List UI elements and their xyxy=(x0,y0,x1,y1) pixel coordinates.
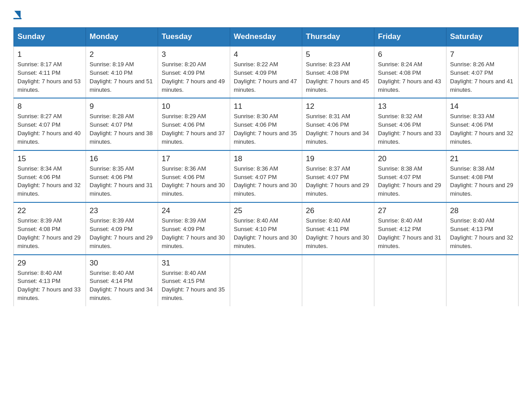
day-number: 9 xyxy=(90,102,154,111)
day-number: 14 xyxy=(450,102,515,111)
day-number: 3 xyxy=(162,50,226,59)
day-info: Sunrise: 8:26 AMSunset: 4:07 PMDaylight:… xyxy=(450,61,513,93)
day-info: Sunrise: 8:32 AMSunset: 4:06 PMDaylight:… xyxy=(378,113,441,145)
day-number: 25 xyxy=(234,206,298,215)
day-number: 15 xyxy=(17,154,82,163)
day-number: 21 xyxy=(450,154,515,163)
day-info: Sunrise: 8:40 AMSunset: 4:11 PMDaylight:… xyxy=(306,217,369,249)
day-info: Sunrise: 8:39 AMSunset: 4:08 PMDaylight:… xyxy=(17,217,81,249)
day-info: Sunrise: 8:40 AMSunset: 4:13 PMDaylight:… xyxy=(450,217,513,249)
day-number: 10 xyxy=(162,102,226,111)
day-info: Sunrise: 8:27 AMSunset: 4:07 PMDaylight:… xyxy=(17,113,81,145)
calendar-day-cell: 29 Sunrise: 8:40 AMSunset: 4:13 PMDaylig… xyxy=(14,255,86,306)
calendar-week-row: 8 Sunrise: 8:27 AMSunset: 4:07 PMDayligh… xyxy=(14,98,519,150)
day-info: Sunrise: 8:40 AMSunset: 4:14 PMDaylight:… xyxy=(90,270,153,302)
day-info: Sunrise: 8:17 AMSunset: 4:11 PMDaylight:… xyxy=(17,61,81,93)
calendar-day-cell: 2 Sunrise: 8:19 AMSunset: 4:10 PMDayligh… xyxy=(86,46,158,98)
day-of-week-header: Friday xyxy=(374,28,446,47)
calendar-day-cell: 5 Sunrise: 8:23 AMSunset: 4:08 PMDayligh… xyxy=(302,46,374,98)
day-number: 17 xyxy=(162,154,226,163)
day-info: Sunrise: 8:30 AMSunset: 4:06 PMDaylight:… xyxy=(234,113,297,145)
day-of-week-header: Sunday xyxy=(14,28,86,47)
day-info: Sunrise: 8:40 AMSunset: 4:10 PMDaylight:… xyxy=(234,217,297,249)
calendar-day-cell: 27 Sunrise: 8:40 AMSunset: 4:12 PMDaylig… xyxy=(374,202,446,254)
calendar-day-cell: 13 Sunrise: 8:32 AMSunset: 4:06 PMDaylig… xyxy=(374,98,446,150)
calendar-day-cell: 26 Sunrise: 8:40 AMSunset: 4:11 PMDaylig… xyxy=(302,202,374,254)
day-number: 16 xyxy=(90,154,154,163)
logo xyxy=(13,9,21,19)
calendar-day-cell: 20 Sunrise: 8:38 AMSunset: 4:07 PMDaylig… xyxy=(374,150,446,202)
day-number: 7 xyxy=(450,50,515,59)
day-info: Sunrise: 8:33 AMSunset: 4:06 PMDaylight:… xyxy=(450,113,513,145)
day-number: 26 xyxy=(306,206,370,215)
day-info: Sunrise: 8:36 AMSunset: 4:06 PMDaylight:… xyxy=(162,165,225,197)
day-number: 23 xyxy=(90,206,154,215)
day-of-week-header: Thursday xyxy=(302,28,374,47)
calendar-day-cell: 7 Sunrise: 8:26 AMSunset: 4:07 PMDayligh… xyxy=(446,46,519,98)
page-header xyxy=(13,9,519,19)
day-number: 2 xyxy=(90,50,154,59)
day-info: Sunrise: 8:22 AMSunset: 4:09 PMDaylight:… xyxy=(234,61,297,93)
calendar-day-cell xyxy=(374,255,446,306)
day-info: Sunrise: 8:23 AMSunset: 4:08 PMDaylight:… xyxy=(306,61,369,93)
calendar-day-cell: 6 Sunrise: 8:24 AMSunset: 4:08 PMDayligh… xyxy=(374,46,446,98)
calendar-day-cell: 3 Sunrise: 8:20 AMSunset: 4:09 PMDayligh… xyxy=(158,46,230,98)
calendar-day-cell: 24 Sunrise: 8:39 AMSunset: 4:09 PMDaylig… xyxy=(158,202,230,254)
day-info: Sunrise: 8:35 AMSunset: 4:06 PMDaylight:… xyxy=(90,165,153,197)
calendar-day-cell: 22 Sunrise: 8:39 AMSunset: 4:08 PMDaylig… xyxy=(14,202,86,254)
calendar-day-cell: 25 Sunrise: 8:40 AMSunset: 4:10 PMDaylig… xyxy=(230,202,302,254)
calendar-day-cell: 14 Sunrise: 8:33 AMSunset: 4:06 PMDaylig… xyxy=(446,98,519,150)
day-of-week-header: Wednesday xyxy=(230,28,302,47)
day-number: 1 xyxy=(17,50,82,59)
day-info: Sunrise: 8:40 AMSunset: 4:15 PMDaylight:… xyxy=(162,270,225,302)
calendar-day-cell: 12 Sunrise: 8:31 AMSunset: 4:06 PMDaylig… xyxy=(302,98,374,150)
logo-arrow-icon xyxy=(14,11,21,19)
day-info: Sunrise: 8:38 AMSunset: 4:07 PMDaylight:… xyxy=(378,165,441,197)
calendar-day-cell: 15 Sunrise: 8:34 AMSunset: 4:06 PMDaylig… xyxy=(14,150,86,202)
day-info: Sunrise: 8:29 AMSunset: 4:06 PMDaylight:… xyxy=(162,113,225,145)
day-info: Sunrise: 8:24 AMSunset: 4:08 PMDaylight:… xyxy=(378,61,441,93)
day-number: 29 xyxy=(17,259,82,268)
calendar-header: SundayMondayTuesdayWednesdayThursdayFrid… xyxy=(14,28,519,47)
calendar-day-cell: 11 Sunrise: 8:30 AMSunset: 4:06 PMDaylig… xyxy=(230,98,302,150)
day-info: Sunrise: 8:20 AMSunset: 4:09 PMDaylight:… xyxy=(162,61,225,93)
day-number: 24 xyxy=(162,206,226,215)
calendar-day-cell: 28 Sunrise: 8:40 AMSunset: 4:13 PMDaylig… xyxy=(446,202,519,254)
day-number: 12 xyxy=(306,102,370,111)
day-of-week-header: Saturday xyxy=(446,28,519,47)
day-number: 19 xyxy=(306,154,370,163)
calendar-day-cell xyxy=(446,255,519,306)
calendar-day-cell: 31 Sunrise: 8:40 AMSunset: 4:15 PMDaylig… xyxy=(158,255,230,306)
day-number: 18 xyxy=(234,154,298,163)
day-number: 30 xyxy=(90,259,154,268)
calendar-day-cell: 17 Sunrise: 8:36 AMSunset: 4:06 PMDaylig… xyxy=(158,150,230,202)
calendar-week-row: 29 Sunrise: 8:40 AMSunset: 4:13 PMDaylig… xyxy=(14,255,519,306)
calendar-day-cell: 30 Sunrise: 8:40 AMSunset: 4:14 PMDaylig… xyxy=(86,255,158,306)
day-number: 4 xyxy=(234,50,298,59)
day-number: 8 xyxy=(17,102,82,111)
day-info: Sunrise: 8:28 AMSunset: 4:07 PMDaylight:… xyxy=(90,113,153,145)
calendar-body: 1 Sunrise: 8:17 AMSunset: 4:11 PMDayligh… xyxy=(14,46,519,306)
calendar-day-cell xyxy=(230,255,302,306)
calendar-day-cell: 21 Sunrise: 8:38 AMSunset: 4:08 PMDaylig… xyxy=(446,150,519,202)
day-number: 5 xyxy=(306,50,370,59)
calendar-day-cell: 23 Sunrise: 8:39 AMSunset: 4:09 PMDaylig… xyxy=(86,202,158,254)
day-info: Sunrise: 8:40 AMSunset: 4:13 PMDaylight:… xyxy=(17,270,81,302)
calendar-day-cell: 19 Sunrise: 8:37 AMSunset: 4:07 PMDaylig… xyxy=(302,150,374,202)
day-info: Sunrise: 8:37 AMSunset: 4:07 PMDaylight:… xyxy=(306,165,369,197)
day-info: Sunrise: 8:38 AMSunset: 4:08 PMDaylight:… xyxy=(450,165,513,197)
calendar-week-row: 15 Sunrise: 8:34 AMSunset: 4:06 PMDaylig… xyxy=(14,150,519,202)
calendar-day-cell: 16 Sunrise: 8:35 AMSunset: 4:06 PMDaylig… xyxy=(86,150,158,202)
day-info: Sunrise: 8:34 AMSunset: 4:06 PMDaylight:… xyxy=(17,165,81,197)
calendar-day-cell: 8 Sunrise: 8:27 AMSunset: 4:07 PMDayligh… xyxy=(14,98,86,150)
day-info: Sunrise: 8:36 AMSunset: 4:07 PMDaylight:… xyxy=(234,165,297,197)
day-number: 27 xyxy=(378,206,442,215)
day-info: Sunrise: 8:39 AMSunset: 4:09 PMDaylight:… xyxy=(162,217,225,249)
day-number: 20 xyxy=(378,154,442,163)
day-of-week-header: Tuesday xyxy=(158,28,230,47)
calendar-day-cell xyxy=(302,255,374,306)
day-info: Sunrise: 8:31 AMSunset: 4:06 PMDaylight:… xyxy=(306,113,369,145)
day-number: 6 xyxy=(378,50,442,59)
days-of-week-row: SundayMondayTuesdayWednesdayThursdayFrid… xyxy=(14,28,519,47)
day-info: Sunrise: 8:19 AMSunset: 4:10 PMDaylight:… xyxy=(90,61,153,93)
